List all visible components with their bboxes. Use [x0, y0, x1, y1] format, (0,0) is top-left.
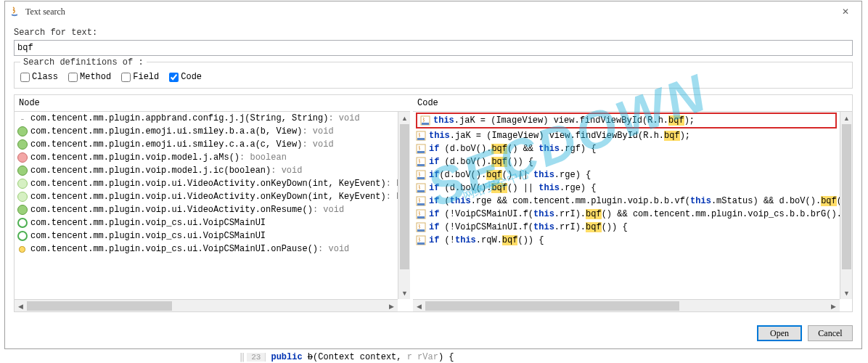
node-row[interactable]: com.tencent.mm.plugin.voip_cs.ui.VoipCSM…	[15, 216, 398, 229]
code-row[interactable]: if (!VoipCSMainUI.f(this.rrI).bqf()) {	[413, 221, 840, 234]
node-signature: com.tencent.mm.plugin.voip_cs.ui.VoipCSM…	[30, 231, 266, 241]
checkbox-class[interactable]: Class	[20, 72, 58, 82]
code-text: if (!VoipCSMainUI.f(this.rrI).bqf()) {	[429, 222, 628, 232]
scroll-down-icon[interactable]: ▼	[840, 287, 852, 299]
svg-rect-19	[417, 242, 425, 245]
code-text: this.jaK = (ImageView) view.findViewById…	[433, 115, 695, 126]
node-row[interactable]: com.tencent.mm.plugin.emoji.ui.smiley.b.…	[15, 125, 398, 138]
search-label: Search for text:	[14, 28, 853, 38]
node-return: : boolean	[386, 192, 398, 202]
code-text: if (d.boV().bqf() && this.rgf) {	[429, 144, 596, 154]
scroll-thumb-h[interactable]	[27, 301, 172, 311]
node-row[interactable]: com.tencent.mm.plugin.voip.ui.VideoActiv…	[15, 177, 398, 190]
method-icon	[17, 126, 28, 136]
window-title: Text search	[25, 7, 832, 17]
checkbox-method[interactable]: Method	[68, 72, 111, 82]
open-button[interactable]: Open	[757, 325, 802, 341]
scroll-right-icon[interactable]: ▶	[385, 300, 398, 311]
node-header: Node	[15, 95, 410, 112]
method-icon	[17, 166, 28, 176]
results-split: Node –com.tencent.mm.plugin.appbrand.con…	[14, 94, 853, 312]
code-row[interactable]: if (d.boV().bqf() && this.rgf) {	[413, 142, 840, 155]
code-text: if (!VoipCSMainUI.f(this.rrI).bqf() && c…	[429, 209, 840, 219]
node-return: : void	[328, 113, 359, 123]
node-row[interactable]: com.tencent.mm.plugin.voip.model.j.aMs()…	[15, 151, 398, 164]
method-icon	[17, 179, 28, 189]
node-row[interactable]: –com.tencent.mm.plugin.appbrand.config.j…	[15, 112, 398, 125]
svg-rect-17	[417, 229, 425, 232]
text-search-dialog: Text search ✕ Search for text: Search de…	[4, 1, 862, 349]
scroll-down-icon[interactable]: ▼	[398, 287, 410, 299]
code-row[interactable]: if (d.boV().bqf() || this.rge) {	[413, 182, 840, 195]
java-file-icon	[416, 209, 426, 219]
class-icon	[17, 231, 28, 241]
scroll-thumb-v[interactable]	[842, 124, 851, 269]
class-icon	[17, 218, 28, 228]
svg-rect-1	[422, 123, 429, 125]
scroll-thumb-h[interactable]	[425, 301, 679, 311]
search-input[interactable]	[14, 40, 853, 56]
node-return: : void	[318, 244, 349, 254]
node-row[interactable]: com.tencent.mm.plugin.voip.ui.VideoActiv…	[15, 190, 398, 203]
method-icon	[17, 192, 28, 202]
java-file-icon	[416, 170, 426, 180]
code-scrollbar-v[interactable]: ▲ ▼	[840, 112, 852, 299]
method-icon	[17, 205, 28, 215]
code-row[interactable]: if(d.boV().bqf() || this.rge) {	[413, 168, 840, 182]
close-icon[interactable]: ✕	[832, 3, 859, 20]
node-scrollbar-v[interactable]: ▲ ▼	[398, 112, 410, 299]
code-text: this.jaK = (ImageView) view.findViewById…	[429, 131, 690, 141]
node-row[interactable]: com.tencent.mm.plugin.voip.model.j.ic(bo…	[15, 164, 398, 177]
scroll-up-icon[interactable]: ▲	[840, 112, 852, 124]
svg-rect-15	[417, 216, 425, 219]
code-text: if (!this.rqW.bqf()) {	[429, 235, 544, 245]
code-text: if(d.boV().bqf() || this.rge) {	[429, 170, 591, 180]
java-file-icon	[416, 131, 426, 141]
svg-rect-7	[417, 164, 425, 166]
code-row[interactable]: if (!this.rqW.bqf()) {	[413, 234, 840, 247]
scroll-right-icon[interactable]: ▶	[827, 300, 840, 311]
cancel-button[interactable]: Cancel	[808, 325, 853, 341]
node-row[interactable]: com.tencent.mm.plugin.emoji.ui.smiley.c.…	[15, 138, 398, 151]
svg-rect-11	[417, 190, 425, 192]
definitions-group: Search definitions of : Class Method Fie…	[14, 62, 853, 89]
node-signature: com.tencent.mm.plugin.appbrand.config.j.…	[30, 113, 328, 123]
node-panel: Node –com.tencent.mm.plugin.appbrand.con…	[15, 95, 410, 311]
code-panel: Code this.jaK = (ImageView) view.findVie…	[413, 95, 852, 311]
code-scrollbar-h[interactable]: ◀ ▶	[413, 299, 840, 311]
checkbox-code[interactable]: Code	[169, 72, 202, 82]
node-signature: com.tencent.mm.plugin.voip.ui.VideoActiv…	[30, 192, 386, 202]
scroll-left-icon[interactable]: ◀	[15, 300, 27, 311]
node-row[interactable]: com.tencent.mm.plugin.voip_cs.ui.VoipCSM…	[15, 242, 398, 256]
node-list[interactable]: –com.tencent.mm.plugin.appbrand.config.j…	[15, 112, 398, 299]
scroll-up-icon[interactable]: ▲	[398, 112, 410, 124]
dialog-buttons: Open Cancel	[757, 325, 853, 341]
node-row[interactable]: com.tencent.mm.plugin.voip.ui.VideoActiv…	[15, 203, 398, 216]
node-row[interactable]: com.tencent.mm.plugin.voip_cs.ui.VoipCSM…	[15, 229, 398, 242]
scroll-thumb-v[interactable]	[400, 124, 409, 269]
java-file-icon	[416, 222, 426, 232]
java-icon	[9, 6, 21, 17]
node-scrollbar-h[interactable]: ◀ ▶	[15, 299, 398, 311]
checkbox-field[interactable]: Field	[121, 72, 159, 82]
node-return: : void	[271, 166, 302, 176]
java-file-icon	[416, 144, 426, 154]
code-list[interactable]: this.jaK = (ImageView) view.findViewById…	[413, 112, 840, 299]
java-file-icon	[416, 235, 426, 245]
code-row[interactable]: this.jaK = (ImageView) view.findViewById…	[413, 129, 840, 142]
svg-rect-13	[417, 203, 425, 205]
titlebar[interactable]: Text search ✕	[5, 1, 861, 22]
node-signature: com.tencent.mm.plugin.voip.ui.VideoActiv…	[30, 205, 313, 215]
code-row[interactable]: this.jaK = (ImageView) view.findViewById…	[416, 113, 837, 129]
scroll-left-icon[interactable]: ◀	[413, 300, 425, 311]
node-return: : void	[302, 139, 333, 150]
node-return: : void	[313, 205, 344, 215]
svg-rect-5	[417, 151, 425, 153]
code-row[interactable]: if (d.boV().bqf()) {	[413, 155, 840, 168]
code-row[interactable]: if (!VoipCSMainUI.f(this.rrI).bqf() && c…	[413, 208, 840, 221]
code-text: if (d.boV().bqf() || this.rge) {	[429, 183, 596, 193]
svg-rect-9	[417, 177, 425, 179]
code-row[interactable]: if (this.rge && com.tencent.mm.plugin.vo…	[413, 195, 840, 208]
node-return: : void	[302, 126, 333, 136]
node-signature: com.tencent.mm.plugin.emoji.ui.smiley.c.…	[30, 139, 302, 150]
